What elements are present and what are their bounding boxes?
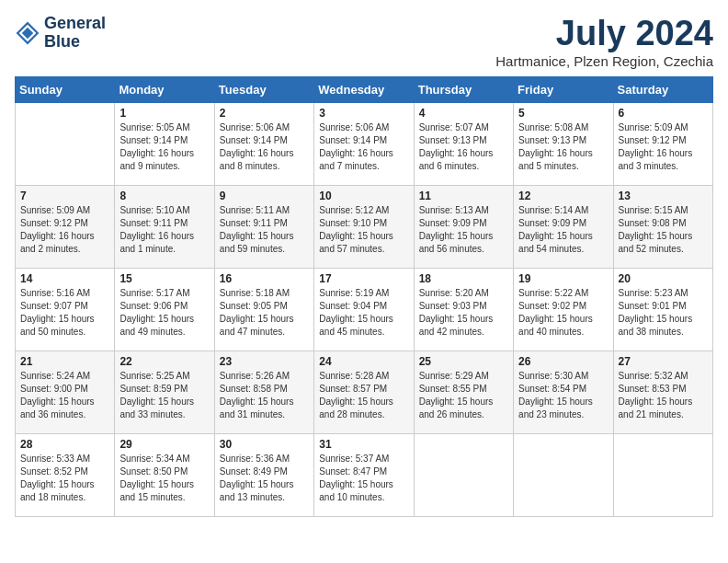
day-info: Sunrise: 5:11 AMSunset: 9:11 PMDaylight:…	[220, 204, 309, 256]
calendar-cell: 12Sunrise: 5:14 AMSunset: 9:09 PMDayligh…	[514, 185, 613, 268]
title-section: July 2024 Hartmanice, Plzen Region, Czec…	[495, 15, 713, 69]
calendar-cell: 21Sunrise: 5:24 AMSunset: 9:00 PMDayligh…	[16, 350, 115, 433]
day-number: 6	[619, 107, 708, 120]
calendar-cell: 5Sunrise: 5:08 AMSunset: 9:13 PMDaylight…	[514, 102, 613, 185]
calendar-cell: 8Sunrise: 5:10 AMSunset: 9:11 PMDaylight…	[115, 185, 214, 268]
day-info: Sunrise: 5:25 AMSunset: 8:59 PMDaylight:…	[119, 370, 209, 421]
day-info: Sunrise: 5:16 AMSunset: 9:07 PMDaylight:…	[20, 287, 109, 339]
logo: General Blue	[15, 15, 106, 52]
calendar-week-row: 28Sunrise: 5:33 AMSunset: 8:52 PMDayligh…	[16, 433, 713, 516]
weekday-header: Monday	[115, 76, 214, 102]
day-number: 26	[518, 355, 608, 368]
calendar-week-row: 7Sunrise: 5:09 AMSunset: 9:12 PMDaylight…	[16, 185, 713, 268]
day-info: Sunrise: 5:06 AMSunset: 9:14 PMDaylight:…	[319, 121, 408, 173]
calendar-week-row: 14Sunrise: 5:16 AMSunset: 9:07 PMDayligh…	[16, 268, 713, 350]
page-header: General Blue July 2024 Hartmanice, Plzen…	[15, 15, 713, 69]
day-number: 1	[119, 107, 209, 120]
day-number: 18	[419, 272, 508, 285]
day-info: Sunrise: 5:26 AMSunset: 8:58 PMDaylight:…	[220, 370, 309, 421]
calendar-week-row: 1Sunrise: 5:05 AMSunset: 9:14 PMDaylight…	[16, 102, 713, 185]
day-number: 14	[20, 272, 109, 285]
calendar-cell: 13Sunrise: 5:15 AMSunset: 9:08 PMDayligh…	[613, 185, 712, 268]
day-number: 16	[220, 272, 309, 285]
calendar-cell: 15Sunrise: 5:17 AMSunset: 9:06 PMDayligh…	[115, 268, 214, 350]
calendar-cell: 19Sunrise: 5:22 AMSunset: 9:02 PMDayligh…	[514, 268, 613, 350]
day-number: 5	[518, 107, 608, 120]
calendar-cell: 16Sunrise: 5:18 AMSunset: 9:05 PMDayligh…	[214, 268, 313, 350]
day-info: Sunrise: 5:36 AMSunset: 8:49 PMDaylight:…	[220, 453, 309, 504]
calendar-cell: 25Sunrise: 5:29 AMSunset: 8:55 PMDayligh…	[414, 350, 513, 433]
month-title: July 2024	[495, 15, 713, 53]
day-info: Sunrise: 5:22 AMSunset: 9:02 PMDaylight:…	[518, 287, 608, 339]
calendar-cell: 14Sunrise: 5:16 AMSunset: 9:07 PMDayligh…	[16, 268, 115, 350]
day-number: 12	[518, 190, 608, 202]
day-number: 25	[419, 355, 508, 368]
calendar-cell: 11Sunrise: 5:13 AMSunset: 9:09 PMDayligh…	[414, 185, 513, 268]
day-info: Sunrise: 5:06 AMSunset: 9:14 PMDaylight:…	[220, 121, 309, 173]
day-number: 10	[319, 190, 408, 202]
day-number: 27	[619, 355, 708, 368]
calendar-cell: 26Sunrise: 5:30 AMSunset: 8:54 PMDayligh…	[514, 350, 613, 433]
day-number: 29	[119, 438, 209, 451]
day-info: Sunrise: 5:05 AMSunset: 9:14 PMDaylight:…	[119, 121, 209, 173]
calendar-cell: 3Sunrise: 5:06 AMSunset: 9:14 PMDaylight…	[314, 102, 414, 185]
calendar-cell: 1Sunrise: 5:05 AMSunset: 9:14 PMDaylight…	[115, 102, 214, 185]
day-number: 4	[419, 107, 508, 120]
day-number: 23	[220, 355, 309, 368]
calendar-cell: 6Sunrise: 5:09 AMSunset: 9:12 PMDaylight…	[613, 102, 712, 185]
day-number: 21	[20, 355, 109, 368]
day-info: Sunrise: 5:24 AMSunset: 9:00 PMDaylight:…	[20, 370, 109, 421]
day-info: Sunrise: 5:09 AMSunset: 9:12 PMDaylight:…	[619, 121, 708, 173]
day-number: 19	[518, 272, 608, 285]
day-info: Sunrise: 5:28 AMSunset: 8:57 PMDaylight:…	[319, 370, 408, 421]
day-info: Sunrise: 5:08 AMSunset: 9:13 PMDaylight:…	[518, 121, 608, 173]
calendar-cell	[613, 433, 712, 516]
weekday-header: Friday	[514, 76, 613, 102]
calendar-cell: 4Sunrise: 5:07 AMSunset: 9:13 PMDaylight…	[414, 102, 513, 185]
weekday-row: SundayMondayTuesdayWednesdayThursdayFrid…	[16, 76, 713, 102]
day-number: 3	[319, 107, 408, 120]
calendar-table: SundayMondayTuesdayWednesdayThursdayFrid…	[15, 76, 713, 517]
calendar-cell: 17Sunrise: 5:19 AMSunset: 9:04 PMDayligh…	[314, 268, 414, 350]
day-info: Sunrise: 5:29 AMSunset: 8:55 PMDaylight:…	[419, 370, 508, 421]
day-info: Sunrise: 5:23 AMSunset: 9:01 PMDaylight:…	[619, 287, 708, 339]
day-info: Sunrise: 5:20 AMSunset: 9:03 PMDaylight:…	[419, 287, 508, 339]
weekday-header: Wednesday	[314, 76, 414, 102]
day-number: 17	[319, 272, 408, 285]
weekday-header: Thursday	[414, 76, 513, 102]
day-info: Sunrise: 5:17 AMSunset: 9:06 PMDaylight:…	[119, 287, 209, 339]
calendar-cell: 9Sunrise: 5:11 AMSunset: 9:11 PMDaylight…	[214, 185, 313, 268]
location: Hartmanice, Plzen Region, Czechia	[495, 53, 713, 69]
weekday-header: Tuesday	[214, 76, 313, 102]
day-number: 22	[119, 355, 209, 368]
day-info: Sunrise: 5:34 AMSunset: 8:50 PMDaylight:…	[119, 453, 209, 504]
day-number: 11	[419, 190, 508, 202]
day-number: 20	[619, 272, 708, 285]
calendar-cell	[414, 433, 513, 516]
day-info: Sunrise: 5:07 AMSunset: 9:13 PMDaylight:…	[419, 121, 508, 173]
calendar-cell: 18Sunrise: 5:20 AMSunset: 9:03 PMDayligh…	[414, 268, 513, 350]
day-info: Sunrise: 5:10 AMSunset: 9:11 PMDaylight:…	[119, 204, 209, 256]
day-info: Sunrise: 5:15 AMSunset: 9:08 PMDaylight:…	[619, 204, 708, 256]
day-number: 30	[220, 438, 309, 451]
calendar-cell: 23Sunrise: 5:26 AMSunset: 8:58 PMDayligh…	[214, 350, 313, 433]
day-info: Sunrise: 5:18 AMSunset: 9:05 PMDaylight:…	[220, 287, 309, 339]
day-number: 13	[619, 190, 708, 202]
calendar-cell	[16, 102, 115, 185]
calendar-cell: 29Sunrise: 5:34 AMSunset: 8:50 PMDayligh…	[115, 433, 214, 516]
day-number: 24	[319, 355, 408, 368]
calendar-cell	[514, 433, 613, 516]
calendar-cell: 2Sunrise: 5:06 AMSunset: 9:14 PMDaylight…	[214, 102, 313, 185]
day-number: 2	[220, 107, 309, 120]
day-info: Sunrise: 5:19 AMSunset: 9:04 PMDaylight:…	[319, 287, 408, 339]
calendar-cell: 22Sunrise: 5:25 AMSunset: 8:59 PMDayligh…	[115, 350, 214, 433]
weekday-header: Saturday	[613, 76, 712, 102]
day-info: Sunrise: 5:32 AMSunset: 8:53 PMDaylight:…	[619, 370, 708, 421]
day-info: Sunrise: 5:12 AMSunset: 9:10 PMDaylight:…	[319, 204, 408, 256]
calendar-week-row: 21Sunrise: 5:24 AMSunset: 9:00 PMDayligh…	[16, 350, 713, 433]
logo-line2: Blue	[44, 33, 106, 52]
logo-line1: General	[44, 15, 106, 33]
day-number: 9	[220, 190, 309, 202]
calendar-cell: 7Sunrise: 5:09 AMSunset: 9:12 PMDaylight…	[16, 185, 115, 268]
day-info: Sunrise: 5:13 AMSunset: 9:09 PMDaylight:…	[419, 204, 508, 256]
